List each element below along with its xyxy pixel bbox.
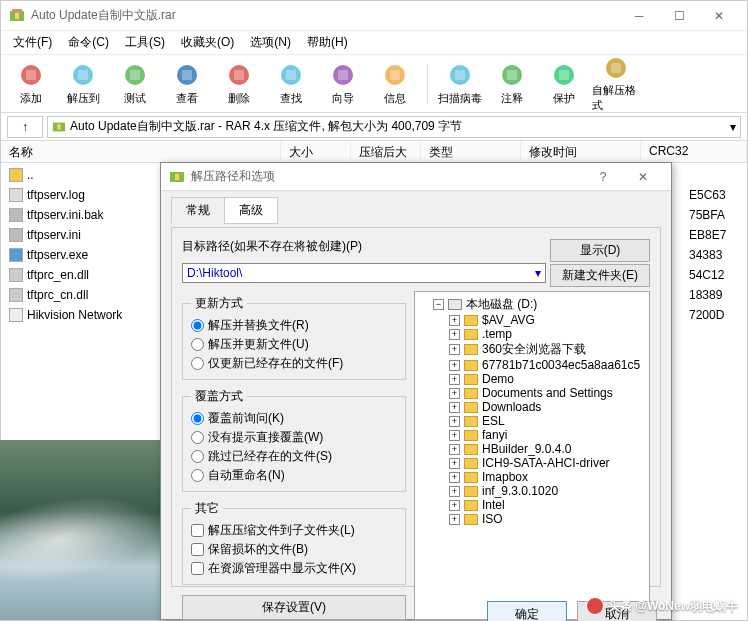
save-settings-button[interactable]: 保存设置(V) [182,595,406,620]
menu-item[interactable]: 选项(N) [242,32,299,53]
tree-item[interactable]: +360安全浏览器下载 [417,341,647,358]
svg-rect-26 [611,63,621,73]
tool-自解压格式[interactable]: 自解压格式 [592,58,640,110]
tree-expand-icon[interactable]: + [449,514,460,525]
tree-expand-icon[interactable]: + [449,416,460,427]
tree-expand-icon[interactable]: + [449,315,460,326]
tool-icon [69,61,97,89]
main-title: Auto Update自制中文版.rar [31,7,619,24]
tree-item[interactable]: +$AV_AVG [417,313,647,327]
folder-tree[interactable]: −本地磁盘 (D:)+$AV_AVG+.temp+360安全浏览器下载+6778… [414,291,650,620]
overwrite-opts-option[interactable]: 没有提示直接覆盖(W) [191,428,397,447]
folder-icon [464,329,478,340]
tree-item[interactable]: +inf_9.3.0.1020 [417,484,647,498]
svg-rect-28 [57,124,61,129]
tree-expand-icon[interactable]: + [449,430,460,441]
tree-expand-icon[interactable]: + [449,500,460,511]
tree-item[interactable]: +Intel [417,498,647,512]
tree-expand-icon[interactable]: + [449,444,460,455]
col-size[interactable]: 大小 [281,141,351,162]
ok-button[interactable]: 确定 [487,601,567,621]
col-packed[interactable]: 压缩后大小 [351,141,421,162]
tree-collapse-icon[interactable]: − [433,299,444,310]
tree-item[interactable]: +67781b71c0034ec5a8aa61c5 [417,358,647,372]
tree-expand-icon[interactable]: + [449,486,460,497]
misc-legend: 其它 [191,500,223,517]
tool-扫描病毒[interactable]: 扫描病毒 [436,58,484,110]
drive-icon [448,299,462,310]
tool-向导[interactable]: 向导 [319,58,367,110]
tool-查看[interactable]: 查看 [163,58,211,110]
menu-item[interactable]: 文件(F) [5,32,60,53]
tree-expand-icon[interactable]: + [449,344,460,355]
pathbar: ↑ Auto Update自制中文版.rar - RAR 4.x 压缩文件, 解… [1,113,747,141]
tree-expand-icon[interactable]: + [449,458,460,469]
file-icon [9,268,23,282]
folder-icon [464,444,478,455]
tab-advanced[interactable]: 高级 [224,197,278,224]
dialog-close-button[interactable]: ✕ [623,162,663,192]
svg-rect-2 [15,13,19,19]
update-opts-option[interactable]: 解压并更新文件(U) [191,335,397,354]
folder-icon [464,344,478,355]
col-name[interactable]: 名称 [1,141,281,162]
overwrite-opts-option[interactable]: 覆盖前询问(K) [191,409,397,428]
folder-icon [464,486,478,497]
folder-icon [464,315,478,326]
tree-item[interactable]: +ISO [417,512,647,526]
svg-rect-1 [12,9,22,13]
tree-expand-icon[interactable]: + [449,329,460,340]
tree-item[interactable]: +ESL [417,414,647,428]
dialog-title: 解压路径和选项 [191,168,583,185]
tree-expand-icon[interactable]: + [449,388,460,399]
menu-item[interactable]: 帮助(H) [299,32,356,53]
close-button[interactable]: ✕ [699,1,739,31]
misc-opts-option[interactable]: 保留损坏的文件(B) [191,540,397,559]
archive-path[interactable]: Auto Update自制中文版.rar - RAR 4.x 压缩文件, 解包大… [47,116,741,138]
overwrite-legend: 覆盖方式 [191,388,247,405]
menu-item[interactable]: 工具(S) [117,32,173,53]
update-opts-option[interactable]: 仅更新已经存在的文件(F) [191,354,397,373]
tree-root[interactable]: −本地磁盘 (D:) [417,296,647,313]
col-type[interactable]: 类型 [421,141,521,162]
tree-expand-icon[interactable]: + [449,374,460,385]
minimize-button[interactable]: ─ [619,1,659,31]
maximize-button[interactable]: ☐ [659,1,699,31]
tool-解压到[interactable]: 解压到 [59,58,107,110]
overwrite-opts-option[interactable]: 自动重命名(N) [191,466,397,485]
tool-删除[interactable]: 删除 [215,58,263,110]
tree-item[interactable]: +HBuilder_9.0.4.0 [417,442,647,456]
misc-opts-option[interactable]: 解压压缩文件到子文件夹(L) [191,521,397,540]
tool-信息[interactable]: 信息 [371,58,419,110]
menu-item[interactable]: 命令(C) [60,32,117,53]
col-mtime[interactable]: 修改时间 [521,141,641,162]
new-folder-button[interactable]: 新建文件夹(E) [550,264,650,287]
misc-opts-option[interactable]: 在资源管理器中显示文件(X) [191,559,397,578]
tree-expand-icon[interactable]: + [449,402,460,413]
col-crc[interactable]: CRC32 [641,141,747,162]
tree-item[interactable]: +Downloads [417,400,647,414]
up-button[interactable]: ↑ [7,116,43,138]
overwrite-opts-option[interactable]: 跳过已经存在的文件(S) [191,447,397,466]
tool-添加[interactable]: 添加 [7,58,55,110]
tree-item[interactable]: +ICH9-SATA-AHCI-driver [417,456,647,470]
menu-item[interactable]: 收藏夹(O) [173,32,242,53]
tree-expand-icon[interactable]: + [449,472,460,483]
display-button[interactable]: 显示(D) [550,239,650,262]
dest-path-input[interactable]: D:\Hiktool\▾ [182,263,546,283]
tree-item[interactable]: +fanyi [417,428,647,442]
tab-general[interactable]: 常规 [171,197,225,224]
tree-expand-icon[interactable]: + [449,360,460,371]
tree-item[interactable]: +Demo [417,372,647,386]
update-opts-option[interactable]: 解压并替换文件(R) [191,316,397,335]
tree-item[interactable]: +.temp [417,327,647,341]
tree-item[interactable]: +Documents and Settings [417,386,647,400]
tool-保护[interactable]: 保护 [540,58,588,110]
tree-item[interactable]: +Imapbox [417,470,647,484]
tool-查找[interactable]: 查找 [267,58,315,110]
dialog-help-button[interactable]: ? [583,162,623,192]
tool-测试[interactable]: 测试 [111,58,159,110]
svg-rect-30 [175,174,179,180]
app-icon [9,8,25,24]
tool-注释[interactable]: 注释 [488,58,536,110]
